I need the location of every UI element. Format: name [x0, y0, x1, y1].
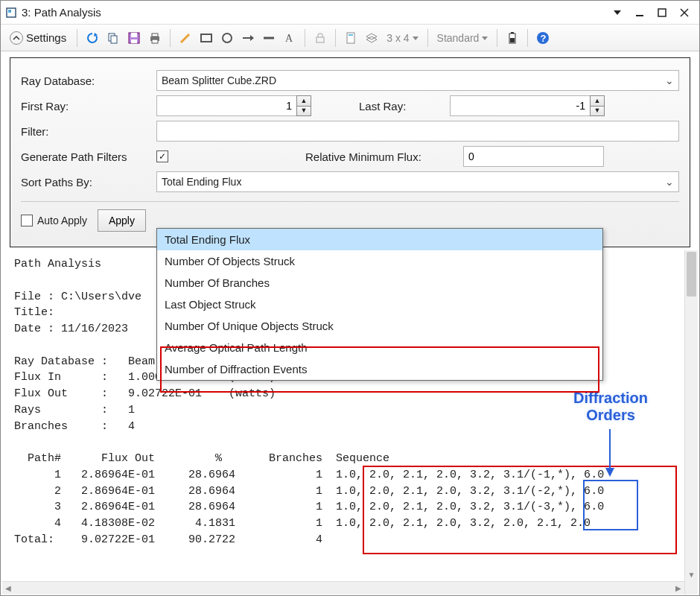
title-bar: 3: Path Analysis: [1, 1, 699, 25]
sort-by-label: Sort Paths By:: [21, 176, 147, 188]
lock-icon[interactable]: [311, 29, 329, 47]
last-ray-spinner[interactable]: ▲▼: [450, 95, 605, 116]
sort-by-value: Total Ending Flux: [162, 176, 241, 188]
svg-rect-14: [152, 34, 158, 37]
first-ray-spinner[interactable]: ▲▼: [156, 95, 311, 116]
maximize-button[interactable]: [652, 2, 672, 23]
style-label: Standard: [437, 32, 480, 44]
svg-marker-20: [250, 35, 254, 41]
svg-rect-31: [511, 32, 514, 34]
first-ray-label: First Ray:: [21, 100, 147, 112]
generate-filters-label: Generate Path Filters: [21, 150, 147, 163]
print-icon[interactable]: [146, 29, 164, 47]
svg-marker-29: [482, 37, 488, 40]
sort-by-dropdown-list: Total Ending Flux Number Of Objects Stru…: [156, 228, 603, 381]
settings-panel: Ray Database: Beam Splitter Cube.ZRD ⌄ F…: [10, 57, 690, 247]
relative-min-flux-label: Relative Minimum Flux:: [305, 150, 454, 163]
spinner-up-icon[interactable]: ▲: [591, 96, 604, 107]
svg-point-18: [223, 34, 232, 42]
svg-rect-25: [349, 34, 353, 36]
window-title: 3: Path Analysis: [22, 6, 101, 19]
svg-rect-17: [201, 34, 211, 42]
check-icon: ✓: [159, 151, 166, 162]
chevron-down-icon: ⌄: [665, 74, 674, 86]
filter-input[interactable]: [156, 121, 679, 142]
spinner-up-icon[interactable]: ▲: [297, 96, 311, 107]
filter-label: Filter:: [21, 125, 147, 138]
svg-line-16: [181, 34, 189, 42]
dropdown-option[interactable]: Average Optical Path Length: [157, 337, 602, 358]
sort-by-select[interactable]: Total Ending Flux ⌄: [156, 171, 679, 192]
svg-marker-2: [614, 10, 621, 15]
app-icon: [5, 7, 17, 19]
toolbar: Settings A 3 x 4 Standard ?: [1, 25, 699, 51]
scrollbar-thumb[interactable]: [687, 252, 696, 297]
copy-icon[interactable]: [104, 29, 122, 47]
svg-rect-3: [636, 15, 643, 16]
svg-rect-11: [131, 33, 137, 37]
grid-size-dropdown[interactable]: 3 x 4: [384, 32, 421, 44]
scroll-down-icon[interactable]: ▼: [685, 568, 698, 581]
spinner-down-icon[interactable]: ▼: [591, 107, 604, 116]
scroll-right-icon[interactable]: ▶: [675, 584, 681, 592]
style-dropdown[interactable]: Standard: [434, 32, 491, 44]
apply-button[interactable]: Apply: [98, 209, 146, 232]
first-ray-input[interactable]: [156, 95, 296, 116]
dropdown-option[interactable]: Number Of Objects Struck: [157, 250, 602, 272]
page-icon[interactable]: [342, 29, 360, 47]
grid-size-label: 3 x 4: [386, 32, 409, 44]
rect-icon[interactable]: [197, 29, 215, 47]
minimize-button[interactable]: [629, 2, 650, 23]
chevron-down-icon: ⌄: [665, 176, 674, 188]
auto-apply-checkbox[interactable]: [21, 215, 33, 226]
save-icon[interactable]: [125, 29, 143, 47]
refresh-icon[interactable]: [83, 29, 101, 47]
last-ray-input[interactable]: [450, 95, 590, 116]
svg-rect-23: [316, 37, 324, 42]
last-ray-label: Last Ray:: [359, 100, 441, 112]
svg-rect-1: [8, 10, 11, 13]
text-icon[interactable]: A: [281, 29, 299, 47]
svg-text:A: A: [285, 33, 293, 44]
pencil-icon[interactable]: [176, 29, 194, 47]
help-icon[interactable]: ?: [534, 29, 552, 47]
auto-apply-label: Auto Apply: [37, 215, 87, 226]
svg-rect-12: [131, 39, 137, 43]
scroll-left-icon[interactable]: ◀: [5, 584, 11, 592]
svg-rect-32: [510, 38, 515, 42]
battery-icon[interactable]: [503, 29, 521, 47]
horizontal-scrollbar[interactable]: ◀ ▶: [2, 581, 684, 595]
arrow-right-icon[interactable]: [239, 29, 257, 47]
ray-database-label: Ray Database:: [21, 74, 147, 87]
vertical-scrollbar[interactable]: ▼: [684, 250, 698, 595]
settings-toggle[interactable]: Settings: [5, 30, 71, 46]
svg-rect-9: [111, 36, 117, 43]
ray-database-select[interactable]: Beam Splitter Cube.ZRD ⌄: [156, 70, 679, 91]
line-icon[interactable]: [260, 29, 278, 47]
circle-icon[interactable]: [218, 29, 236, 47]
spinner-down-icon[interactable]: ▼: [297, 107, 311, 116]
dropdown-option[interactable]: Number of Diffraction Events: [157, 358, 602, 380]
svg-text:?: ?: [541, 33, 547, 44]
svg-rect-15: [152, 39, 158, 43]
generate-filters-checkbox[interactable]: ✓: [156, 150, 168, 162]
svg-marker-28: [413, 37, 419, 40]
svg-rect-4: [658, 9, 666, 16]
chevron-up-icon: [10, 31, 23, 45]
close-button[interactable]: [674, 2, 695, 23]
relative-min-flux-input[interactable]: [463, 146, 604, 167]
layers-icon[interactable]: [363, 29, 381, 47]
settings-label: Settings: [26, 31, 66, 44]
collapse-button[interactable]: [607, 2, 628, 23]
dropdown-option[interactable]: Number Of Branches: [157, 272, 602, 294]
dropdown-option[interactable]: Last Object Struck: [157, 294, 602, 315]
dropdown-option[interactable]: Total Ending Flux: [157, 229, 602, 250]
ray-database-value: Beam Splitter Cube.ZRD: [162, 74, 276, 86]
dropdown-option[interactable]: Number Of Unique Objects Struck: [157, 315, 602, 337]
